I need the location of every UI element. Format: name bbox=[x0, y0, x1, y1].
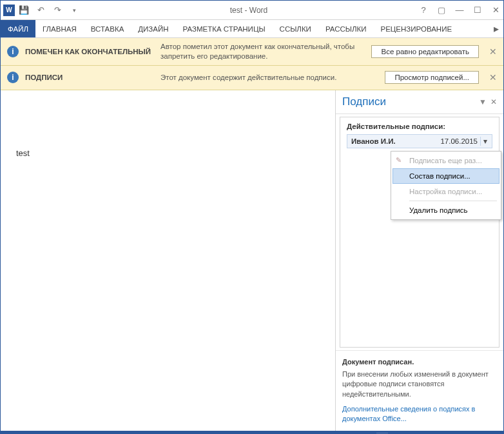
view-signatures-button[interactable]: Просмотр подписей... bbox=[385, 71, 479, 84]
tab-home[interactable]: ГЛАВНАЯ bbox=[35, 20, 84, 37]
menu-sign-again: ✎ Подписать еще раз... bbox=[393, 153, 499, 168]
menu-signature-settings: Настройка подписи... bbox=[393, 184, 499, 199]
ribbon-scroll-right-icon[interactable]: ▸ bbox=[489, 20, 503, 37]
menu-separator bbox=[409, 201, 497, 201]
msgbar-title: ПОДПИСИ bbox=[25, 74, 154, 81]
sign-icon: ✎ bbox=[396, 156, 405, 165]
signature-row[interactable]: Иванов И.И. 17.06.2015 ▾ bbox=[347, 134, 492, 148]
content-area: test Подписи ▼ ✕ Действительные подписи:… bbox=[1, 90, 503, 431]
message-bar-marked-final: i ПОМЕЧЕН КАК ОКОНЧАТЕЛЬНЫЙ Автор помети… bbox=[1, 38, 503, 66]
minimize-icon[interactable]: — bbox=[454, 5, 465, 15]
footer-help-link[interactable]: Дополнительные сведения о подписях в док… bbox=[342, 404, 497, 424]
close-icon[interactable]: ✕ bbox=[490, 5, 501, 15]
help-icon[interactable]: ? bbox=[418, 5, 429, 15]
signature-dropdown-icon[interactable]: ▾ bbox=[480, 137, 489, 146]
tab-file[interactable]: ФАЙЛ bbox=[1, 20, 35, 37]
signer-name: Иванов И.И. bbox=[351, 137, 440, 145]
window-title: test - Word bbox=[79, 6, 418, 15]
document-canvas[interactable]: test bbox=[1, 90, 336, 431]
valid-signatures-label: Действительные подписи: bbox=[347, 123, 492, 130]
menu-label: Подписать еще раз... bbox=[409, 157, 482, 164]
panel-header: Подписи ▼ ✕ bbox=[336, 90, 503, 114]
panel-menu-icon[interactable]: ▼ bbox=[479, 97, 487, 106]
save-icon[interactable]: 💾 bbox=[19, 5, 29, 15]
status-bar: СТРАНИЦА 1 ИЗ 1 ЧИСЛО СЛОВ: 1 АНГЛИЙСКИЙ… bbox=[1, 431, 503, 434]
tab-review[interactable]: РЕЦЕНЗИРОВАНИЕ bbox=[374, 20, 460, 37]
signatures-panel: Подписи ▼ ✕ Действительные подписи: Иван… bbox=[336, 90, 503, 431]
document-text: test bbox=[16, 148, 30, 158]
info-icon: i bbox=[7, 72, 19, 83]
undo-icon[interactable]: ↶ bbox=[35, 5, 46, 15]
tab-mailings[interactable]: РАССЫЛКИ bbox=[318, 20, 374, 37]
qat-customize-icon[interactable]: ▾ bbox=[69, 5, 79, 15]
tab-layout[interactable]: РАЗМЕТКА СТРАНИЦЫ bbox=[176, 20, 273, 37]
menu-label: Настройка подписи... bbox=[409, 188, 482, 195]
edit-anyway-button[interactable]: Все равно редактировать bbox=[371, 45, 479, 58]
msgbar-close-icon[interactable]: ✕ bbox=[489, 46, 497, 57]
tab-insert[interactable]: ВСТАВКА bbox=[84, 20, 131, 37]
panel-title: Подписи bbox=[342, 95, 475, 108]
menu-label: Удалить подпись bbox=[409, 206, 468, 214]
title-bar: W 💾 ↶ ↷ ▾ test - Word ? ▢ — ☐ ✕ bbox=[1, 1, 503, 20]
window-controls: ? ▢ — ☐ ✕ bbox=[418, 5, 501, 15]
ribbon-display-icon[interactable]: ▢ bbox=[436, 5, 447, 15]
panel-close-icon[interactable]: ✕ bbox=[490, 97, 497, 106]
menu-remove-signature[interactable]: Удалить подпись bbox=[393, 202, 499, 218]
msgbar-text: Автор пометил этот документ как окончате… bbox=[160, 42, 365, 61]
tab-design[interactable]: ДИЗАЙН bbox=[131, 20, 175, 37]
footer-title: Документ подписан. bbox=[342, 357, 497, 367]
word-app-icon: W bbox=[3, 5, 15, 16]
tab-references[interactable]: ССЫЛКИ bbox=[273, 20, 318, 37]
message-bar-signatures: i ПОДПИСИ Этот документ содержит действи… bbox=[1, 66, 503, 90]
msgbar-text: Этот документ содержит действительные по… bbox=[160, 73, 378, 83]
redo-icon[interactable]: ↷ bbox=[52, 5, 63, 15]
panel-footer: Документ подписан. При внесении любых из… bbox=[336, 350, 503, 431]
menu-label: Состав подписи... bbox=[409, 172, 470, 180]
sign-date: 17.06.2015 bbox=[440, 137, 478, 145]
ribbon-tabs: ФАЙЛ ГЛАВНАЯ ВСТАВКА ДИЗАЙН РАЗМЕТКА СТР… bbox=[1, 20, 503, 38]
panel-body: Действительные подписи: Иванов И.И. 17.0… bbox=[340, 117, 499, 348]
info-icon: i bbox=[7, 46, 19, 57]
menu-signature-details[interactable]: Состав подписи... bbox=[393, 168, 499, 184]
msgbar-title: ПОМЕЧЕН КАК ОКОНЧАТЕЛЬНЫЙ bbox=[25, 48, 154, 55]
footer-text: При внесении любых изменений в документ … bbox=[342, 370, 497, 399]
quick-access-toolbar: 💾 ↶ ↷ ▾ bbox=[19, 5, 79, 15]
signature-context-menu: ✎ Подписать еще раз... Состав подписи...… bbox=[391, 151, 501, 220]
maximize-icon[interactable]: ☐ bbox=[472, 5, 483, 15]
msgbar-close-icon[interactable]: ✕ bbox=[489, 72, 497, 83]
